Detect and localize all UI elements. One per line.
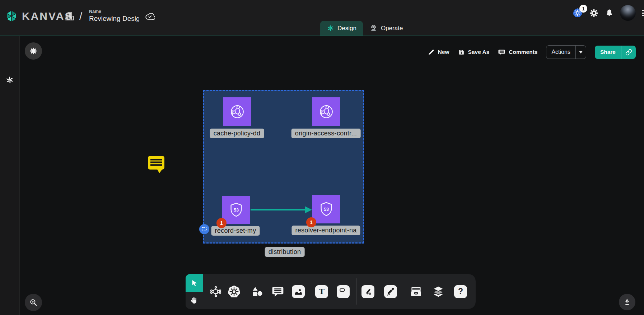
design-pinwheel-icon [327, 24, 334, 32]
route53-number: 53 [233, 207, 238, 212]
label-tool[interactable] [336, 284, 350, 299]
cloud-saved-icon [144, 12, 155, 22]
canvas-comment-marker[interactable] [148, 156, 165, 173]
layers-tool[interactable] [431, 284, 445, 299]
layers-stack-icon [431, 285, 445, 298]
shapes-tool[interactable] [250, 284, 265, 299]
comment-tool-icon [271, 285, 285, 298]
top-header: KANVAS / Name Design [0, 0, 644, 36]
toolbar-divider [203, 274, 203, 309]
text-icon: T [315, 285, 328, 298]
toolbar-divider [356, 278, 357, 305]
pen-tool[interactable] [361, 284, 375, 299]
design-name-group: Name [89, 9, 139, 25]
app-window: KANVAS / Name Design [0, 0, 644, 315]
image-tool[interactable] [291, 284, 305, 299]
new-button-label: New [438, 49, 449, 55]
kubernetes-helm-icon [227, 284, 241, 299]
error-badge-record-set[interactable]: 1 [216, 218, 227, 228]
tab-design[interactable]: Design [320, 21, 363, 36]
new-button[interactable]: New [428, 49, 449, 56]
left-sidebar [0, 36, 19, 315]
copy-link-button[interactable] [621, 46, 636, 59]
pencil-icon [428, 49, 435, 56]
node-resolver-endpoint[interactable]: 53 [312, 195, 340, 223]
dashed-rect-icon [201, 226, 207, 232]
zoom-in-button[interactable] [25, 294, 42, 311]
shapes-icon [251, 285, 264, 298]
name-field-label: Name [89, 9, 139, 14]
tab-operate[interactable]: Operate [363, 21, 409, 36]
user-avatar[interactable] [620, 5, 636, 21]
tab-operate-label: Operate [381, 25, 403, 32]
operator-headset-icon [369, 24, 378, 32]
canvas-toolbar: New Save As Comments Actions [428, 45, 636, 59]
archive-tool[interactable] [409, 284, 423, 299]
link-icon [625, 49, 632, 56]
architecture-nodes-tool[interactable] [209, 284, 223, 299]
menu-hamburger-icon[interactable] [642, 10, 644, 16]
help-tool[interactable]: ? [453, 284, 468, 299]
comments-button[interactable]: Comments [498, 48, 537, 56]
comment-bubble-icon [498, 48, 505, 56]
node-label-record-set: record-set-my [211, 226, 260, 236]
pen-mode-button[interactable] [619, 294, 635, 310]
node-label-cache-policy: cache-policy-dd [210, 129, 264, 138]
comments-button-label: Comments [509, 49, 537, 55]
comment-tool[interactable] [271, 284, 285, 299]
text-tool[interactable]: T [314, 284, 329, 299]
magnifier-plus-icon [29, 298, 38, 307]
pen-nib-icon [623, 298, 631, 306]
snowflake-icon [29, 47, 38, 55]
kubernetes-status-button[interactable]: 1 [572, 8, 583, 18]
group-label-distribution: distribution [265, 247, 305, 257]
sidebar-pinwheel-icon[interactable] [5, 76, 14, 84]
save-as-button[interactable]: Save As [458, 49, 490, 56]
hand-icon [190, 296, 199, 305]
notifications-bell-icon[interactable] [605, 9, 614, 18]
route53-shield-icon: 53 [318, 201, 335, 218]
image-icon [292, 285, 305, 298]
header-accent-line [0, 36, 644, 36]
actions-button-label[interactable]: Actions [546, 46, 575, 59]
cloudfront-globe-icon [318, 103, 335, 120]
sketch-tool[interactable] [383, 284, 398, 299]
error-badge-resolver-endpoint[interactable]: 1 [306, 217, 316, 227]
kubernetes-tool[interactable] [227, 284, 241, 299]
cloudfront-globe-icon [229, 103, 246, 120]
cursor-arrow-icon [190, 279, 199, 287]
pan-hand-tool[interactable] [186, 292, 203, 309]
header-actions: 1 [572, 5, 644, 21]
pen-path-icon [361, 285, 374, 298]
share-split-button[interactable]: Share [595, 46, 636, 59]
kubernetes-count-badge: 1 [579, 5, 587, 13]
bottom-toolbar: T [186, 274, 476, 309]
save-floppy-icon [458, 49, 465, 56]
canvas-options-button[interactable] [25, 42, 42, 60]
node-label-origin-access: origin-access-contr... [291, 129, 361, 138]
node-record-set[interactable]: 53 [222, 196, 250, 224]
question-mark-icon: ? [454, 285, 467, 298]
design-name-input[interactable] [89, 15, 139, 25]
edge-record-to-resolver [249, 205, 314, 214]
kanvas-logo-icon [5, 9, 18, 23]
node-cache-policy[interactable] [223, 97, 251, 126]
toolbar-divider [403, 278, 403, 305]
select-tool[interactable] [186, 274, 203, 292]
actions-dropdown-toggle[interactable] [575, 46, 586, 59]
tab-design-label: Design [337, 25, 356, 32]
organization-icon[interactable] [65, 11, 75, 22]
settings-gear-icon[interactable] [589, 8, 599, 18]
circuit-chip-icon [209, 285, 223, 298]
toolbar-divider [246, 278, 246, 305]
route53-shield-icon: 53 [228, 201, 245, 219]
drawer-archive-icon [409, 285, 423, 298]
label-icon [337, 285, 350, 298]
share-button-label[interactable]: Share [595, 46, 621, 59]
caret-down-icon [579, 51, 583, 54]
app-logo[interactable]: KANVAS [5, 9, 73, 23]
mode-tabs: Design Operate [320, 21, 409, 36]
node-origin-access-control[interactable] [312, 97, 340, 126]
group-select-handle[interactable] [199, 224, 209, 234]
actions-split-button[interactable]: Actions [546, 45, 586, 59]
